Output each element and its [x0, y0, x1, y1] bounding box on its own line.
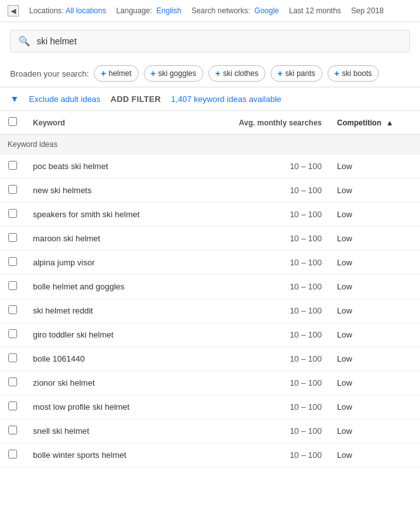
row-checkbox[interactable]	[8, 426, 17, 434]
competition-cell: Low	[329, 251, 420, 275]
competition-cell: Low	[329, 419, 420, 443]
table-row: speakers for smith ski helmet 10 – 100 L…	[0, 203, 420, 227]
table-row: bolle winter sports helmet 10 – 100 Low	[0, 443, 420, 467]
keyword-cell: zionor ski helmet	[25, 371, 203, 395]
locations-label: Locations: All locations	[29, 6, 106, 15]
avg-monthly-cell: 10 – 100	[203, 155, 329, 179]
row-checkbox[interactable]	[8, 377, 17, 386]
row-checkbox[interactable]	[8, 353, 17, 362]
row-checkbox[interactable]	[8, 281, 17, 290]
avg-monthly-cell: 10 – 100	[203, 203, 329, 227]
chip-label: ski pants	[285, 69, 315, 78]
avg-monthly-cell: 10 – 100	[203, 347, 329, 371]
broaden-chip-ski-clothes[interactable]: + ski clothes	[208, 65, 265, 82]
section-header-row: Keyword ideas	[0, 135, 420, 155]
broaden-chip-ski-pants[interactable]: + ski pants	[270, 65, 322, 82]
row-checkbox-cell[interactable]	[0, 323, 25, 347]
table-row: maroon ski helmet 10 – 100 Low	[0, 227, 420, 251]
row-checkbox-cell[interactable]	[0, 371, 25, 395]
competition-cell: Low	[329, 443, 420, 467]
avg-monthly-cell: 10 – 100	[203, 275, 329, 299]
row-checkbox-cell[interactable]	[0, 419, 25, 443]
row-checkbox-cell[interactable]	[0, 275, 25, 299]
networks-label: Search networks: Google	[191, 6, 279, 15]
top-bar: ◀ Locations: All locations Language: Eng…	[0, 0, 420, 22]
broaden-chip-ski-boots[interactable]: + ski boots	[328, 65, 379, 82]
row-checkbox[interactable]	[8, 161, 17, 170]
keyword-header: Keyword	[25, 111, 203, 135]
table-row: zionor ski helmet 10 – 100 Low	[0, 371, 420, 395]
row-checkbox-cell[interactable]	[0, 179, 25, 203]
row-checkbox-cell[interactable]	[0, 347, 25, 371]
plus-icon: +	[215, 68, 220, 79]
competition-cell: Low	[329, 299, 420, 323]
keyword-cell: poc beats ski helmet	[25, 155, 203, 179]
broaden-chip-ski-goggles[interactable]: + ski goggles	[144, 65, 203, 82]
avg-monthly-cell: 10 – 100	[203, 227, 329, 251]
select-all-checkbox[interactable]	[8, 117, 17, 126]
row-checkbox[interactable]	[8, 209, 17, 218]
competition-cell: Low	[329, 227, 420, 251]
search-icon: 🔍	[18, 35, 30, 47]
row-checkbox-cell[interactable]	[0, 203, 25, 227]
plus-icon: +	[151, 68, 156, 79]
competition-cell: Low	[329, 155, 420, 179]
keyword-cell: alpina jump visor	[25, 251, 203, 275]
table-row: alpina jump visor 10 – 100 Low	[0, 251, 420, 275]
competition-cell: Low	[329, 323, 420, 347]
sort-arrow-icon: ▲	[386, 118, 393, 127]
search-input[interactable]	[37, 36, 402, 46]
broaden-label: Broaden your search:	[10, 69, 89, 79]
keyword-cell: snell ski helmet	[25, 419, 203, 443]
search-box: 🔍	[10, 30, 410, 53]
table-row: bolle helmet and goggles 10 – 100 Low	[0, 275, 420, 299]
row-checkbox-cell[interactable]	[0, 227, 25, 251]
keyword-cell: speakers for smith ski helmet	[25, 203, 203, 227]
row-checkbox[interactable]	[8, 450, 17, 459]
table-row: poc beats ski helmet 10 – 100 Low	[0, 155, 420, 179]
language-label: Language: English	[116, 6, 181, 15]
section-label: Keyword ideas	[0, 135, 420, 155]
broaden-chip-helmet[interactable]: + helmet	[94, 65, 138, 82]
table-header-row: Keyword Avg. monthly searches Competitio…	[0, 111, 420, 135]
plus-icon: +	[334, 68, 340, 79]
keyword-cell: bolle winter sports helmet	[25, 443, 203, 467]
row-checkbox[interactable]	[8, 257, 17, 266]
locations-link[interactable]: All locations	[65, 6, 106, 15]
plus-icon: +	[277, 68, 283, 79]
competition-cell: Low	[329, 371, 420, 395]
select-all-header[interactable]	[0, 111, 25, 135]
period-label: Last 12 months	[289, 6, 341, 15]
broaden-section: Broaden your search: + helmet + ski gogg…	[0, 60, 420, 87]
row-checkbox-cell[interactable]	[0, 155, 25, 179]
keyword-cell: bolle helmet and goggles	[25, 275, 203, 299]
date-value: Sep 2018	[351, 6, 383, 15]
row-checkbox-cell[interactable]	[0, 443, 25, 467]
exclude-adult-link[interactable]: Exclude adult ideas	[29, 94, 101, 104]
row-checkbox[interactable]	[8, 402, 17, 410]
competition-cell: Low	[329, 395, 420, 419]
row-checkbox[interactable]	[8, 305, 17, 314]
avg-monthly-cell: 10 – 100	[203, 323, 329, 347]
back-button[interactable]: ◀	[8, 5, 19, 16]
row-checkbox-cell[interactable]	[0, 395, 25, 419]
row-checkbox[interactable]	[8, 329, 17, 338]
keyword-cell: most low profile ski helmet	[25, 395, 203, 419]
add-filter-button[interactable]: ADD FILTER	[111, 94, 161, 104]
plus-icon: +	[101, 68, 106, 79]
competition-header[interactable]: Competition ▲	[329, 111, 420, 135]
chip-label: ski boots	[342, 69, 372, 78]
row-checkbox-cell[interactable]	[0, 299, 25, 323]
competition-cell: Low	[329, 179, 420, 203]
row-checkbox-cell[interactable]	[0, 251, 25, 275]
row-checkbox[interactable]	[8, 185, 17, 194]
table-row: most low profile ski helmet 10 – 100 Low	[0, 395, 420, 419]
competition-cell: Low	[329, 275, 420, 299]
chip-label: ski clothes	[223, 69, 258, 78]
row-checkbox[interactable]	[8, 233, 17, 242]
filter-bar: ▼ Exclude adult ideas ADD FILTER 1,407 k…	[0, 87, 420, 111]
keyword-cell: bolle 1061440	[25, 347, 203, 371]
chip-label: helmet	[108, 69, 131, 78]
avg-monthly-cell: 10 – 100	[203, 251, 329, 275]
table-row: giro toddler ski helmet 10 – 100 Low	[0, 323, 420, 347]
